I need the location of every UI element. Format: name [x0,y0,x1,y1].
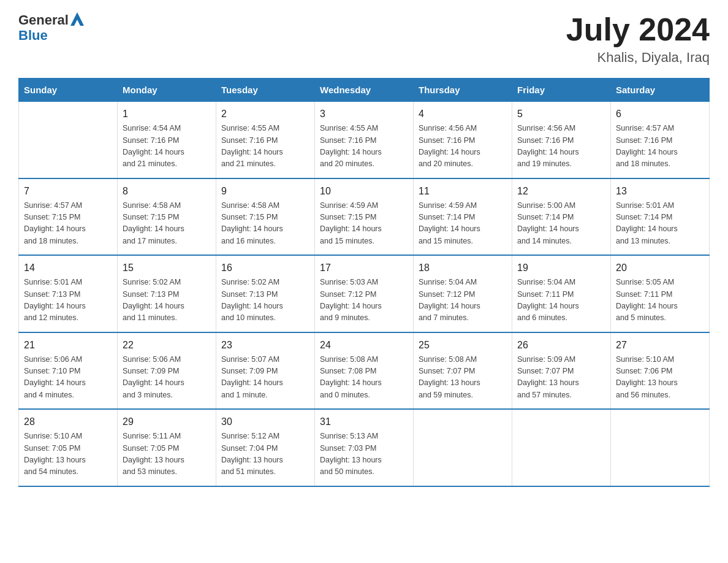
calendar-cell: 6Sunrise: 4:57 AM Sunset: 7:16 PM Daylig… [611,102,710,178]
calendar-cell: 11Sunrise: 4:59 AM Sunset: 7:14 PM Dayli… [414,178,512,256]
day-number: 31 [320,415,408,429]
calendar-cell: 22Sunrise: 5:06 AM Sunset: 7:09 PM Dayli… [118,332,216,410]
day-number: 3 [320,107,408,121]
calendar-cell: 24Sunrise: 5:08 AM Sunset: 7:08 PM Dayli… [315,332,414,410]
day-info: Sunrise: 4:59 AM Sunset: 7:14 PM Dayligh… [419,200,507,248]
day-info: Sunrise: 5:02 AM Sunset: 7:13 PM Dayligh… [221,277,309,324]
day-number: 22 [123,338,211,353]
calendar-cell: 30Sunrise: 5:12 AM Sunset: 7:04 PM Dayli… [216,409,315,486]
day-number: 30 [221,415,309,429]
calendar-cell: 25Sunrise: 5:08 AM Sunset: 7:07 PM Dayli… [414,332,512,410]
day-number: 10 [320,184,408,199]
logo: General Blue [18,12,84,43]
day-info: Sunrise: 5:08 AM Sunset: 7:08 PM Dayligh… [320,354,408,402]
column-header-thursday: Thursday [414,79,512,102]
column-header-saturday: Saturday [611,79,710,102]
day-number: 16 [221,261,309,275]
day-info: Sunrise: 5:13 AM Sunset: 7:03 PM Dayligh… [320,431,408,478]
day-info: Sunrise: 4:54 AM Sunset: 7:16 PM Dayligh… [123,123,211,170]
calendar-cell: 27Sunrise: 5:10 AM Sunset: 7:06 PM Dayli… [611,332,710,410]
day-number: 5 [517,107,605,121]
calendar-cell [19,102,118,178]
month-title: July 2024 [566,12,710,47]
day-info: Sunrise: 5:04 AM Sunset: 7:12 PM Dayligh… [419,277,507,324]
day-info: Sunrise: 4:57 AM Sunset: 7:15 PM Dayligh… [24,200,112,248]
calendar-cell: 29Sunrise: 5:11 AM Sunset: 7:05 PM Dayli… [118,409,216,486]
logo-arrow-icon [70,12,84,26]
location-title: Khalis, Diyala, Iraq [566,50,710,66]
calendar-cell: 12Sunrise: 5:00 AM Sunset: 7:14 PM Dayli… [512,178,611,256]
calendar-cell: 18Sunrise: 5:04 AM Sunset: 7:12 PM Dayli… [414,255,512,332]
day-number: 27 [616,338,704,353]
day-info: Sunrise: 4:55 AM Sunset: 7:16 PM Dayligh… [221,123,309,170]
day-number: 19 [517,261,605,275]
page-header: General Blue July 2024 Khalis, Diyala, I… [18,12,710,66]
calendar-week-row: 28Sunrise: 5:10 AM Sunset: 7:05 PM Dayli… [19,409,710,486]
logo-text-general: General [18,13,69,28]
day-info: Sunrise: 5:09 AM Sunset: 7:07 PM Dayligh… [517,354,605,402]
day-number: 24 [320,338,408,353]
day-number: 7 [24,184,112,199]
calendar-cell: 15Sunrise: 5:02 AM Sunset: 7:13 PM Dayli… [118,255,216,332]
day-info: Sunrise: 5:10 AM Sunset: 7:05 PM Dayligh… [24,431,112,478]
day-number: 20 [616,261,704,275]
calendar-cell: 9Sunrise: 4:58 AM Sunset: 7:15 PM Daylig… [216,178,315,256]
day-info: Sunrise: 5:00 AM Sunset: 7:14 PM Dayligh… [517,200,605,248]
calendar-week-row: 1Sunrise: 4:54 AM Sunset: 7:16 PM Daylig… [19,102,710,178]
calendar-cell: 19Sunrise: 5:04 AM Sunset: 7:11 PM Dayli… [512,255,611,332]
calendar-cell: 5Sunrise: 4:56 AM Sunset: 7:16 PM Daylig… [512,102,611,178]
title-block: July 2024 Khalis, Diyala, Iraq [566,12,710,66]
day-number: 29 [123,415,211,429]
calendar-cell: 4Sunrise: 4:56 AM Sunset: 7:16 PM Daylig… [414,102,512,178]
calendar-cell: 17Sunrise: 5:03 AM Sunset: 7:12 PM Dayli… [315,255,414,332]
calendar-cell [512,409,611,486]
day-info: Sunrise: 4:55 AM Sunset: 7:16 PM Dayligh… [320,123,408,170]
column-header-tuesday: Tuesday [216,79,315,102]
day-number: 9 [221,184,309,199]
calendar-cell: 28Sunrise: 5:10 AM Sunset: 7:05 PM Dayli… [19,409,118,486]
day-info: Sunrise: 5:03 AM Sunset: 7:12 PM Dayligh… [320,277,408,324]
day-info: Sunrise: 4:58 AM Sunset: 7:15 PM Dayligh… [221,200,309,248]
calendar-cell: 3Sunrise: 4:55 AM Sunset: 7:16 PM Daylig… [315,102,414,178]
column-header-friday: Friday [512,79,611,102]
day-info: Sunrise: 4:56 AM Sunset: 7:16 PM Dayligh… [517,123,605,170]
calendar-cell [611,409,710,486]
day-number: 23 [221,338,309,353]
calendar-cell: 21Sunrise: 5:06 AM Sunset: 7:10 PM Dayli… [19,332,118,410]
column-header-wednesday: Wednesday [315,79,414,102]
day-number: 26 [517,338,605,353]
day-number: 13 [616,184,704,199]
day-number: 1 [123,107,211,121]
calendar-week-row: 14Sunrise: 5:01 AM Sunset: 7:13 PM Dayli… [19,255,710,332]
day-number: 21 [24,338,112,353]
day-number: 11 [419,184,507,199]
day-info: Sunrise: 5:08 AM Sunset: 7:07 PM Dayligh… [419,354,507,402]
day-info: Sunrise: 5:04 AM Sunset: 7:11 PM Dayligh… [517,277,605,324]
day-number: 12 [517,184,605,199]
day-number: 4 [419,107,507,121]
day-info: Sunrise: 5:02 AM Sunset: 7:13 PM Dayligh… [123,277,211,324]
logo-text-blue: Blue [18,28,48,43]
day-number: 17 [320,261,408,275]
calendar-cell: 14Sunrise: 5:01 AM Sunset: 7:13 PM Dayli… [19,255,118,332]
day-info: Sunrise: 5:11 AM Sunset: 7:05 PM Dayligh… [123,431,211,478]
day-number: 6 [616,107,704,121]
calendar-week-row: 7Sunrise: 4:57 AM Sunset: 7:15 PM Daylig… [19,178,710,256]
column-header-sunday: Sunday [19,79,118,102]
calendar-cell [414,409,512,486]
calendar-cell: 1Sunrise: 4:54 AM Sunset: 7:16 PM Daylig… [118,102,216,178]
calendar-cell: 13Sunrise: 5:01 AM Sunset: 7:14 PM Dayli… [611,178,710,256]
day-info: Sunrise: 4:58 AM Sunset: 7:15 PM Dayligh… [123,200,211,248]
day-info: Sunrise: 5:05 AM Sunset: 7:11 PM Dayligh… [616,277,704,324]
day-info: Sunrise: 5:01 AM Sunset: 7:13 PM Dayligh… [24,277,112,324]
calendar-cell: 7Sunrise: 4:57 AM Sunset: 7:15 PM Daylig… [19,178,118,256]
calendar-cell: 16Sunrise: 5:02 AM Sunset: 7:13 PM Dayli… [216,255,315,332]
calendar-cell: 8Sunrise: 4:58 AM Sunset: 7:15 PM Daylig… [118,178,216,256]
day-info: Sunrise: 5:07 AM Sunset: 7:09 PM Dayligh… [221,354,309,402]
day-number: 15 [123,261,211,275]
column-header-monday: Monday [118,79,216,102]
day-info: Sunrise: 5:06 AM Sunset: 7:09 PM Dayligh… [123,354,211,402]
calendar-week-row: 21Sunrise: 5:06 AM Sunset: 7:10 PM Dayli… [19,332,710,410]
calendar-cell: 23Sunrise: 5:07 AM Sunset: 7:09 PM Dayli… [216,332,315,410]
day-number: 18 [419,261,507,275]
